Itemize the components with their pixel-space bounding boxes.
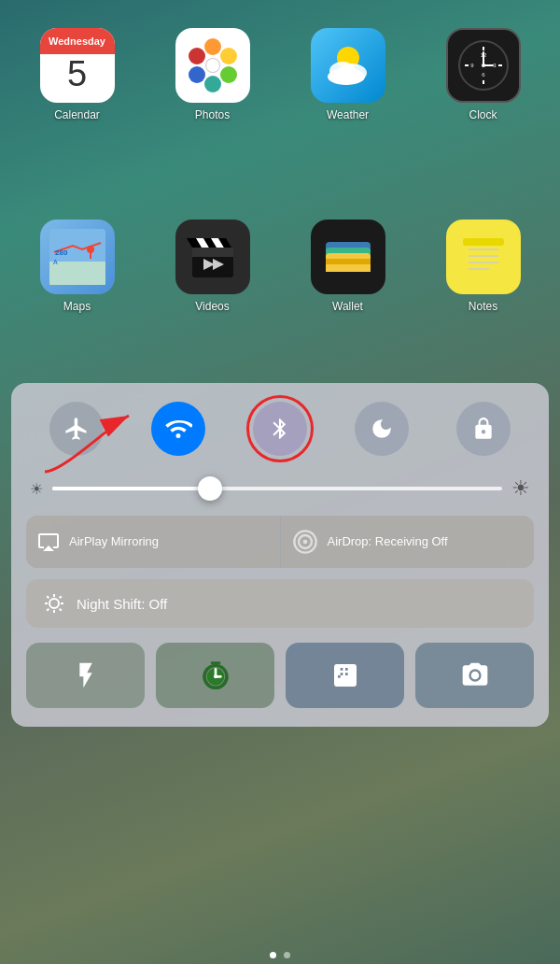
airplay-airdrop-row: AirPlay Mirroring AirDrop: Receiving Off bbox=[26, 516, 534, 568]
app-videos[interactable]: Videos bbox=[154, 220, 271, 392]
app-calendar[interactable]: Wednesday 5 Calendar bbox=[19, 28, 135, 201]
night-shift-label: Night Shift: Off bbox=[77, 596, 167, 612]
wallet-label: Wallet bbox=[332, 300, 363, 313]
svg-line-60 bbox=[60, 609, 62, 611]
svg-point-5 bbox=[189, 66, 205, 83]
timer-icon bbox=[201, 660, 231, 690]
svg-point-4 bbox=[204, 76, 221, 92]
svg-rect-31 bbox=[192, 248, 233, 257]
calendar-label: Calendar bbox=[54, 108, 100, 121]
app-photos[interactable]: Photos bbox=[154, 28, 271, 201]
svg-point-1 bbox=[204, 38, 221, 55]
svg-rect-26 bbox=[49, 262, 105, 285]
svg-rect-49 bbox=[463, 238, 504, 246]
wifi-toggle[interactable] bbox=[151, 402, 205, 456]
timer-button[interactable] bbox=[156, 643, 274, 708]
page-dot-1[interactable] bbox=[270, 952, 276, 958]
flashlight-icon bbox=[71, 660, 101, 690]
airplay-icon bbox=[37, 531, 60, 553]
clock-label: Clock bbox=[469, 108, 497, 121]
svg-text:A: A bbox=[53, 259, 58, 265]
svg-rect-42 bbox=[326, 259, 371, 264]
svg-text:12: 12 bbox=[480, 52, 486, 58]
weather-label: Weather bbox=[327, 108, 369, 121]
airdrop-label: AirDrop: Receiving Off bbox=[328, 534, 448, 550]
calendar-date: 5 bbox=[40, 54, 115, 92]
toggle-row bbox=[26, 402, 534, 456]
rotation-lock-toggle[interactable] bbox=[456, 402, 511, 456]
page-dot-2[interactable] bbox=[284, 952, 290, 958]
flashlight-button[interactable] bbox=[26, 643, 145, 708]
bluetooth-wrapper bbox=[253, 402, 307, 456]
donotdisturb-toggle[interactable] bbox=[355, 402, 409, 456]
svg-point-2 bbox=[220, 48, 237, 64]
svg-point-20 bbox=[482, 64, 485, 67]
svg-rect-43 bbox=[326, 264, 371, 272]
calendar-day: Wednesday bbox=[40, 28, 115, 54]
airdrop-button[interactable]: AirDrop: Receiving Off bbox=[281, 516, 535, 568]
app-weather[interactable]: Weather bbox=[289, 28, 406, 201]
svg-point-69 bbox=[214, 674, 217, 678]
app-maps[interactable]: 280 A Maps bbox=[19, 220, 135, 392]
svg-line-59 bbox=[47, 596, 49, 598]
airplane-toggle[interactable] bbox=[49, 402, 104, 456]
airplay-button[interactable]: AirPlay Mirroring bbox=[26, 516, 280, 568]
svg-text:280: 280 bbox=[55, 248, 68, 257]
svg-point-11 bbox=[328, 68, 365, 85]
brightness-low-icon: ☀ bbox=[30, 480, 43, 498]
svg-point-3 bbox=[220, 66, 237, 83]
brightness-high-icon: ☀ bbox=[511, 476, 530, 501]
svg-point-53 bbox=[302, 540, 307, 545]
maps-label: Maps bbox=[63, 300, 91, 313]
videos-label: Videos bbox=[195, 300, 229, 313]
brightness-slider[interactable] bbox=[52, 487, 502, 490]
page-dots bbox=[0, 952, 560, 958]
svg-line-62 bbox=[47, 609, 49, 611]
bluetooth-toggle[interactable] bbox=[253, 402, 307, 456]
photos-label: Photos bbox=[195, 108, 230, 121]
svg-point-7 bbox=[206, 59, 219, 72]
home-screen: Wednesday 5 Calendar Photos bbox=[0, 0, 560, 402]
night-shift-button[interactable]: Night Shift: Off bbox=[26, 579, 534, 628]
brightness-row: ☀ ☀ bbox=[26, 476, 534, 501]
svg-line-61 bbox=[60, 596, 62, 598]
svg-point-54 bbox=[49, 599, 59, 608]
notes-label: Notes bbox=[469, 300, 497, 313]
app-wallet[interactable]: Wallet bbox=[289, 220, 406, 392]
night-shift-icon bbox=[43, 592, 65, 615]
quick-actions bbox=[26, 643, 534, 708]
camera-icon bbox=[460, 660, 490, 690]
control-center: ☀ ☀ AirPlay Mirroring AirDrop: Receiving… bbox=[11, 383, 549, 727]
camera-button[interactable] bbox=[415, 643, 534, 708]
calculator-icon bbox=[330, 660, 360, 690]
app-notes[interactable]: Notes bbox=[425, 220, 541, 392]
app-clock[interactable]: 12 6 3 9 Clock bbox=[425, 28, 541, 201]
svg-point-6 bbox=[189, 48, 205, 64]
calculator-button[interactable] bbox=[286, 643, 404, 708]
airdrop-icon bbox=[292, 529, 318, 555]
airplay-label: AirPlay Mirroring bbox=[69, 534, 159, 550]
